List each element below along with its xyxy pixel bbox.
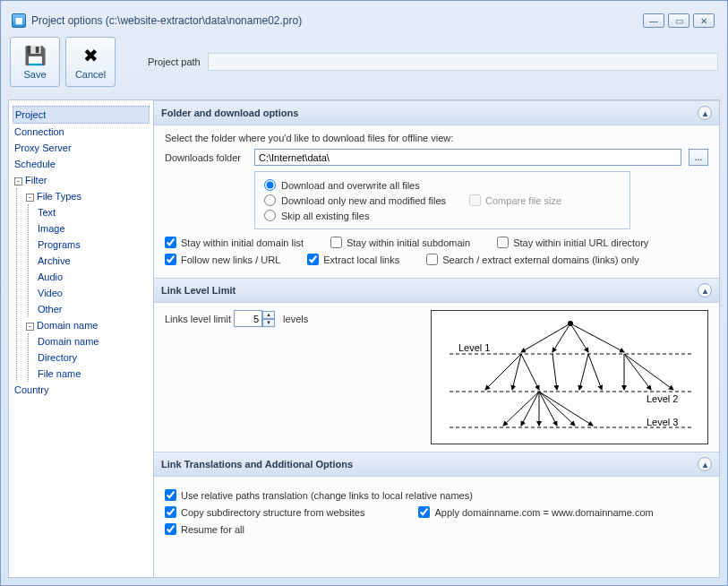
maximize-button[interactable]: ▭ <box>668 13 689 28</box>
section-folder-header: Folder and download options ▴ <box>154 100 719 125</box>
tree-connection[interactable]: Connection <box>13 124 150 140</box>
save-icon: 💾 <box>22 44 47 67</box>
project-path-field[interactable] <box>208 53 718 71</box>
tree-ft-audio[interactable]: Audio <box>36 269 150 285</box>
checkbox-compare-size-label: Compare file size <box>485 195 561 206</box>
downloads-folder-label: Downloads folder <box>165 152 247 163</box>
tree-dn-filename[interactable]: File name <box>36 366 150 382</box>
diagram-level2-label: Level 2 <box>647 393 678 404</box>
checkbox-search-external-label: Search / extract external domains (links… <box>442 254 638 265</box>
checkbox-relative-paths-label: Use relative paths translation (change l… <box>181 490 473 501</box>
browse-button[interactable]: ... <box>689 149 708 166</box>
cancel-button[interactable]: ✖ Cancel <box>65 37 116 87</box>
tree-schedule[interactable]: Schedule <box>13 156 150 172</box>
svg-line-10 <box>521 354 539 390</box>
svg-line-5 <box>552 323 570 352</box>
tree-ft-archive[interactable]: Archive <box>36 253 150 269</box>
svg-line-16 <box>624 354 673 390</box>
radio-overwrite-label: Download and overwrite all files <box>281 180 420 191</box>
link-limit-label: Links level limit <box>165 314 231 324</box>
svg-line-13 <box>588 354 602 390</box>
tree-project[interactable]: Project <box>13 106 150 124</box>
checkbox-resume-all[interactable] <box>165 523 176 535</box>
tree-ft-video[interactable]: Video <box>36 285 150 301</box>
checkbox-follow-new[interactable] <box>165 254 176 265</box>
link-level-diagram: Level 1 Level 2 Level 3 <box>431 310 708 444</box>
folder-intro: Select the folder where you'd like to do… <box>165 133 708 143</box>
radio-newmod[interactable] <box>264 194 276 206</box>
svg-line-21 <box>539 392 575 426</box>
svg-line-12 <box>579 354 588 390</box>
checkbox-stay-urldir-label: Stay within initial URL directory <box>513 237 648 248</box>
tree-filter-label: Filter <box>25 175 47 185</box>
checkbox-resume-all-label: Resume for all <box>181 524 244 535</box>
checkbox-relative-paths[interactable] <box>165 489 176 501</box>
project-path-row: Project path <box>148 53 718 71</box>
radio-skip[interactable] <box>264 210 276 221</box>
minimize-button[interactable]: — <box>643 13 664 28</box>
chevron-up-icon[interactable]: ▴ <box>698 106 712 120</box>
window-controls: — ▭ ✕ <box>643 13 715 28</box>
section-linklevel-header: Link Level Limit ▴ <box>154 278 719 303</box>
tree-country[interactable]: Country <box>13 382 150 398</box>
titlebar: ▦ Project options (c:\website-extractor\… <box>8 8 720 33</box>
tree-filter[interactable]: -Filter <box>13 172 150 188</box>
tree-ft-text[interactable]: Text <box>36 204 150 220</box>
svg-line-18 <box>521 392 539 426</box>
checkbox-apply-domain[interactable] <box>418 506 430 518</box>
radio-skip-label: Skip all existing files <box>281 211 369 221</box>
radio-overwrite[interactable] <box>264 179 276 191</box>
collapse-icon[interactable]: - <box>26 194 34 202</box>
checkbox-copy-subdir[interactable] <box>165 506 176 518</box>
tree-nav: Project Connection Proxy Server Schedule… <box>9 100 154 577</box>
save-label: Save <box>23 69 46 80</box>
close-button[interactable]: ✕ <box>693 13 715 28</box>
downloads-folder-input[interactable] <box>254 149 681 166</box>
link-limit-suffix: levels <box>283 314 308 324</box>
checkbox-stay-subdomain[interactable] <box>330 237 342 248</box>
spin-up-button[interactable]: ▲ <box>262 311 275 319</box>
section-trans-body: Use relative paths translation (change l… <box>154 477 719 547</box>
link-limit-controls: Links level limit ▲ ▼ levels <box>165 310 308 444</box>
checkbox-stay-urldir[interactable] <box>497 237 509 248</box>
chevron-up-icon[interactable]: ▴ <box>698 457 712 471</box>
checkbox-stay-subdomain-label: Stay within initial subdomain <box>347 237 470 248</box>
svg-line-9 <box>512 354 521 390</box>
svg-line-15 <box>624 354 651 390</box>
download-mode-group: Download and overwrite all files Downloa… <box>254 171 630 229</box>
svg-line-7 <box>570 323 624 352</box>
chevron-up-icon[interactable]: ▴ <box>698 283 712 297</box>
svg-line-11 <box>552 354 557 390</box>
section-linklevel-title: Link Level Limit <box>161 285 236 296</box>
checkbox-stay-domain[interactable] <box>165 237 176 248</box>
checkbox-search-external[interactable] <box>426 254 438 265</box>
cancel-label: Cancel <box>75 69 106 80</box>
tree-domainname-label: Domain name <box>37 320 98 331</box>
tree-ft-programs[interactable]: Programs <box>36 237 150 253</box>
save-button[interactable]: 💾 Save <box>10 37 60 87</box>
tree-ft-image[interactable]: Image <box>36 220 150 237</box>
tree-proxy[interactable]: Proxy Server <box>13 140 150 156</box>
checkbox-compare-size <box>469 194 481 206</box>
section-linklevel-body: Links level limit ▲ ▼ levels <box>154 303 719 452</box>
tree-dn-directory[interactable]: Directory <box>36 349 150 366</box>
tree-dn-domain[interactable]: Domain name <box>36 333 150 349</box>
diagram-level1-label: Level 1 <box>458 342 490 353</box>
checkbox-apply-domain-label: Apply domainname.com = www.domainname.co… <box>434 507 653 518</box>
checkbox-extract-local[interactable] <box>307 254 319 265</box>
spin-down-button[interactable]: ▼ <box>262 319 275 327</box>
link-limit-input[interactable] <box>234 310 262 327</box>
checkbox-extract-local-label: Extract local links <box>323 254 399 265</box>
svg-line-20 <box>539 392 557 426</box>
main-panel: Folder and download options ▴ Select the… <box>154 100 719 577</box>
tree-ft-other[interactable]: Other <box>36 301 150 317</box>
section-folder-body: Select the folder where you'd like to do… <box>154 125 719 278</box>
svg-line-4 <box>521 323 570 352</box>
section-folder-title: Folder and download options <box>161 108 298 118</box>
collapse-icon[interactable]: - <box>14 177 22 185</box>
collapse-icon[interactable]: - <box>26 323 34 331</box>
checkbox-follow-new-label: Follow new links / URL <box>181 254 280 265</box>
radio-newmod-label: Download only new and modified files <box>281 195 446 206</box>
tree-domainname[interactable]: -Domain name <box>24 317 150 333</box>
tree-filetypes[interactable]: -File Types <box>24 188 150 204</box>
